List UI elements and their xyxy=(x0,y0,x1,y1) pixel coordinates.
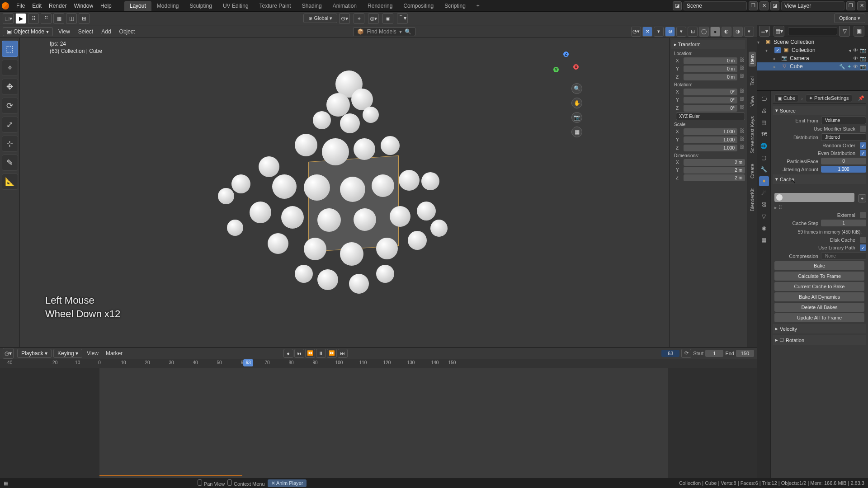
eye-icon[interactable]: 👁 xyxy=(853,47,858,53)
ptab-mesh-icon[interactable]: ▽ xyxy=(759,211,769,221)
tool-cursor[interactable]: ⌖ xyxy=(2,60,18,76)
cache-step-field[interactable]: 1 xyxy=(821,220,866,226)
shading-rendered-icon[interactable]: ◑ xyxy=(733,27,743,37)
jump-next-key-icon[interactable]: ⏩ xyxy=(327,349,337,358)
cache-add-button[interactable]: + xyxy=(858,194,866,202)
current-cache-to-bake-button[interactable]: Current Cache to Bake xyxy=(774,282,864,291)
outliner-filter-icon[interactable]: ▽ xyxy=(839,26,850,37)
breadcrumb-object[interactable]: ▣ Cube xyxy=(774,94,798,102)
tool-annotate[interactable]: ✎ xyxy=(2,155,18,171)
timeline-ruler[interactable]: -40-20-100102030405060708090100110120130… xyxy=(0,359,757,368)
ptab-viewlayer-icon[interactable]: ▤ xyxy=(759,117,769,127)
panel-source-header[interactable]: ▾ Source xyxy=(773,106,866,115)
find-models-search[interactable]: 📦Find Models ▾ 🔍 xyxy=(353,27,415,36)
ptab-material-icon[interactable]: ◉ xyxy=(759,223,769,233)
menu-edit[interactable]: Edit xyxy=(28,1,45,11)
scene-new-icon[interactable]: ❐ xyxy=(749,1,758,10)
use-library-path-checkbox[interactable]: ✓ xyxy=(860,244,866,251)
menu-help[interactable]: Help xyxy=(97,1,115,11)
tab-layout[interactable]: Layout xyxy=(124,1,151,11)
lock-icon[interactable]: ⛓ xyxy=(739,88,745,95)
render-icon[interactable]: 📷 xyxy=(860,47,866,53)
select-mode-extend-icon[interactable]: ⠛ xyxy=(41,13,52,24)
ptab-constraints-icon[interactable]: ⛓ xyxy=(759,200,769,210)
ptab-texture-icon[interactable]: ▦ xyxy=(759,235,769,245)
mode-dropdown[interactable]: ▣ Object Mode ▾ xyxy=(3,27,53,36)
timeline-editor-type-icon[interactable]: ◷▾ xyxy=(3,348,14,359)
viewlayer-close-icon[interactable]: ✕ xyxy=(857,1,866,10)
tab-shading[interactable]: Shading xyxy=(297,1,327,11)
jittering-amount-field[interactable]: 1.000 xyxy=(821,166,866,173)
breadcrumb-datablock[interactable]: ✦ ParticleSettings xyxy=(806,94,852,102)
render-icon[interactable]: 📷 xyxy=(860,64,866,70)
status-left-icon[interactable]: ▦ xyxy=(4,480,8,486)
jump-start-icon[interactable]: ⏮ xyxy=(294,349,304,358)
rot-z-field[interactable]: 0° xyxy=(684,105,737,112)
scene-browse-icon[interactable]: ◪ xyxy=(673,1,682,10)
tool-transform[interactable]: ⊹ xyxy=(2,136,18,152)
overlays-toggle-icon[interactable]: ⊚ xyxy=(665,27,675,37)
lock-icon[interactable]: ⛓ xyxy=(739,128,745,135)
selectability-toggle-icon[interactable]: ◔▾ xyxy=(631,27,641,37)
timeline-track[interactable]: -40-20-100102030405060708090100110120130… xyxy=(0,359,757,478)
lock-icon[interactable]: ⛓ xyxy=(739,144,745,151)
lock-icon[interactable]: ⛓ xyxy=(739,136,745,143)
proportional-falloff-icon[interactable]: ⌒▾ xyxy=(397,13,408,24)
tab-create[interactable]: Create xyxy=(750,164,755,178)
tab-tool[interactable]: Tool xyxy=(750,76,755,85)
axis-x-icon[interactable]: X xyxy=(573,64,579,70)
disk-cache-checkbox[interactable] xyxy=(860,237,866,243)
tab-texture-paint[interactable]: Texture Paint xyxy=(254,1,297,11)
tab-rendering[interactable]: Rendering xyxy=(362,1,398,11)
tab-compositing[interactable]: Compositing xyxy=(398,1,439,11)
proportional-toggle-icon[interactable]: ◉ xyxy=(382,13,393,24)
3d-viewport[interactable]: fps: 24 (63) Collection | Cube Left Mous… xyxy=(20,38,669,347)
tab-blenderkit[interactable]: BlenderKit xyxy=(750,188,755,211)
lock-icon[interactable]: ⛓ xyxy=(739,57,745,64)
playback-dropdown[interactable]: Playback ▾ xyxy=(17,349,52,358)
collection-enable-checkbox[interactable]: ✓ xyxy=(774,47,781,53)
tool-select-box[interactable]: ⬚ xyxy=(2,41,18,57)
gizmos-toggle-icon[interactable]: ⤧ xyxy=(642,27,652,37)
zoom-icon[interactable]: 🔍 xyxy=(571,83,582,94)
ptab-particles-icon[interactable]: ✦ xyxy=(759,176,769,186)
vp-menu-object[interactable]: Object xyxy=(117,27,138,36)
shading-wireframe-icon[interactable]: ◯ xyxy=(699,27,709,37)
calc-to-frame-button[interactable]: Calculate To Frame xyxy=(774,272,864,281)
delete-all-bakes-button[interactable]: Delete All Bakes xyxy=(774,303,864,312)
snap-toggle-icon[interactable]: ⌖ xyxy=(354,13,364,24)
tab-animation[interactable]: Animation xyxy=(327,1,362,11)
viewlayer-new-icon[interactable]: ❐ xyxy=(846,1,855,10)
axis-z-icon[interactable]: Z xyxy=(563,52,569,57)
tool-move[interactable]: ✥ xyxy=(2,79,18,95)
lock-icon[interactable]: ⛓ xyxy=(739,65,745,72)
perspective-icon[interactable]: ▦ xyxy=(571,127,582,137)
axis-gizmo[interactable]: X Y Z xyxy=(552,52,579,79)
lock-icon[interactable]: ⛓ xyxy=(739,73,745,80)
even-distribution-checkbox[interactable]: ✓ xyxy=(860,150,866,156)
gizmos-dropdown-icon[interactable]: ▾ xyxy=(654,27,664,37)
external-checkbox[interactable] xyxy=(860,212,866,218)
ptab-world-icon[interactable]: 🌐 xyxy=(759,141,769,151)
ptab-object-icon[interactable]: ▢ xyxy=(759,153,769,163)
outliner-editor-type-icon[interactable]: ≣▾ xyxy=(759,26,770,37)
start-frame-field[interactable]: 1 xyxy=(705,350,723,357)
outliner-row-cube[interactable]: ▸ ▽ Cube 🔧✦👁📷 xyxy=(757,62,868,70)
tool-scale[interactable]: ⤢ xyxy=(2,117,18,133)
select-mode-set-icon[interactable]: ⠿ xyxy=(28,13,39,24)
update-all-to-frame-button[interactable]: Update All To Frame xyxy=(774,313,864,322)
exclude-icon[interactable]: ◂ xyxy=(849,47,851,53)
vp-menu-view[interactable]: View xyxy=(56,27,73,36)
menu-window[interactable]: Window xyxy=(70,1,97,11)
pin-icon[interactable]: 📌 xyxy=(858,95,864,101)
rot-x-field[interactable]: 0° xyxy=(684,89,737,95)
use-modifier-stack-checkbox[interactable] xyxy=(860,126,866,132)
outliner-row-scene-collection[interactable]: ▾▣ Scene Collection xyxy=(757,38,868,46)
tab-modeling[interactable]: Modeling xyxy=(151,1,184,11)
ptab-render-icon[interactable]: 🖵 xyxy=(759,94,769,104)
scene-close-icon[interactable]: ✕ xyxy=(760,1,769,10)
tool-rotate[interactable]: ⟳ xyxy=(2,98,18,114)
jump-prev-key-icon[interactable]: ⏪ xyxy=(305,349,315,358)
dim-z-field[interactable]: 2 m xyxy=(684,174,745,181)
tab-uv-editing[interactable]: UV Editing xyxy=(217,1,254,11)
